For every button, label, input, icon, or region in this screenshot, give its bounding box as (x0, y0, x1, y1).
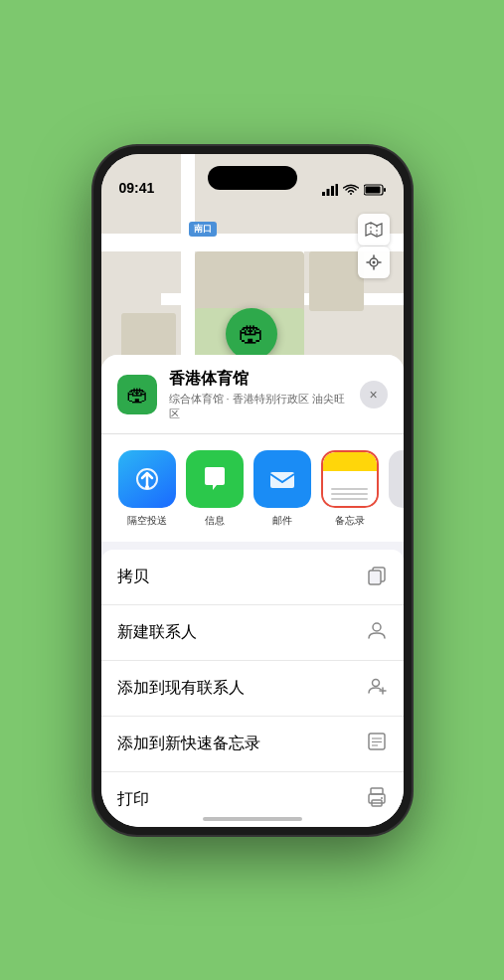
svg-point-14 (373, 623, 381, 631)
status-icons (322, 184, 386, 196)
svg-rect-13 (369, 571, 381, 584)
svg-rect-11 (270, 472, 294, 488)
messages-icon (186, 450, 244, 508)
svg-point-25 (381, 797, 383, 799)
map-controls (358, 214, 390, 278)
airdrop-label: 隔空投送 (127, 514, 167, 528)
action-add-notes-label: 添加到新快速备忘录 (117, 734, 260, 754)
add-contact-icon (366, 675, 388, 702)
svg-rect-22 (371, 788, 383, 794)
notes-icon-inner (323, 452, 377, 506)
action-new-contact[interactable]: 新建联系人 (101, 605, 404, 661)
action-new-contact-label: 新建联系人 (117, 622, 197, 643)
pin-venue-icon: 🏟 (239, 318, 264, 349)
notes-icon-container (321, 450, 379, 508)
share-item-airdrop[interactable]: 隔空投送 (117, 450, 177, 528)
status-time: 09:41 (119, 180, 155, 196)
svg-rect-0 (322, 192, 325, 196)
venue-description: 综合体育馆 · 香港特别行政区 油尖旺区 (169, 392, 348, 421)
airdrop-icon (118, 450, 176, 508)
action-add-existing[interactable]: 添加到现有联系人 (101, 661, 404, 717)
location-button[interactable] (358, 246, 390, 278)
quick-notes-icon (366, 731, 388, 757)
notes-line2 (331, 493, 369, 495)
svg-rect-3 (335, 184, 338, 196)
phone-frame: 09:41 (93, 146, 412, 835)
venue-close-button[interactable]: × (360, 381, 388, 408)
copy-icon (366, 564, 388, 590)
svg-point-10 (145, 485, 149, 489)
action-copy-label: 拷贝 (117, 567, 149, 587)
signal-icon (322, 184, 338, 196)
map-label-tag: 南口 (189, 222, 217, 237)
venue-header: 🏟 香港体育馆 综合体育馆 · 香港特别行政区 油尖旺区 × (101, 355, 404, 434)
new-contact-icon (366, 619, 388, 646)
action-copy[interactable]: 拷贝 (101, 550, 404, 605)
share-item-messages[interactable]: 信息 (185, 450, 245, 528)
more-icon (389, 450, 404, 508)
share-item-more[interactable]: 推 (388, 450, 404, 528)
pin-circle: 🏟 (226, 308, 277, 360)
venue-name: 香港体育馆 (169, 369, 348, 390)
bottom-sheet: 🏟 香港体育馆 综合体育馆 · 香港特别行政区 油尖旺区 × (101, 355, 404, 827)
venue-info: 香港体育馆 综合体育馆 · 香港特别行政区 油尖旺区 (169, 369, 348, 421)
messages-label: 信息 (205, 514, 225, 528)
action-add-notes[interactable]: 添加到新快速备忘录 (101, 717, 404, 772)
svg-point-15 (372, 679, 379, 686)
action-list: 拷贝 新建联系人 (101, 550, 404, 827)
svg-rect-5 (365, 186, 380, 193)
phone-screen: 09:41 (101, 154, 404, 827)
venue-icon: 🏟 (117, 375, 157, 414)
notes-label: 备忘录 (335, 514, 365, 528)
map-type-button[interactable] (358, 214, 390, 245)
svg-rect-6 (384, 188, 386, 192)
mail-label: 邮件 (272, 514, 292, 528)
dynamic-island (208, 166, 297, 190)
battery-icon (364, 184, 386, 196)
notes-line1 (331, 488, 369, 490)
svg-point-8 (372, 260, 375, 263)
notes-line3 (331, 498, 369, 500)
mail-icon (253, 450, 311, 508)
share-item-notes[interactable]: 备忘录 (320, 450, 380, 528)
action-print-label: 打印 (117, 789, 149, 810)
home-indicator (203, 817, 302, 821)
share-row: 隔空投送 信息 (101, 434, 404, 550)
action-add-existing-label: 添加到现有联系人 (117, 678, 245, 699)
print-icon (366, 786, 388, 813)
svg-rect-2 (331, 186, 334, 196)
svg-rect-1 (326, 189, 329, 196)
wifi-icon (343, 184, 359, 196)
share-item-mail[interactable]: 邮件 (252, 450, 312, 528)
